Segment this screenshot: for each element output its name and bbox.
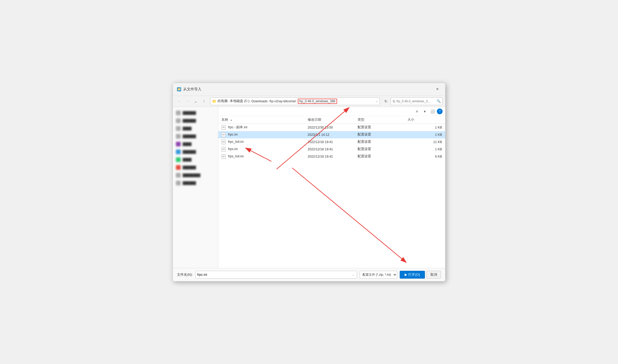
sidebar-item-10[interactable]: ██████ [173, 179, 218, 187]
sidebar-icon-4 [176, 134, 181, 139]
sidebar-icon-6 [176, 150, 181, 154]
help-button[interactable]: ? [437, 109, 443, 114]
file-type-cell: 配置设置 [354, 138, 404, 146]
action-buttons: ▶ 打开(O) 取消 [400, 271, 441, 279]
sidebar-item-2[interactable]: ██████ [173, 117, 218, 125]
table-row[interactable]: INI frpc.ini 2023/1/1 14:12 配置设置 1 KB [218, 131, 445, 138]
address-part-frp[interactable]: frp-v2ray-bitcomet [269, 99, 296, 103]
import-dialog: 📁 从文件导入 × ← → ⌄ ↑ 📁 此电脑 › 本地磁盘 (C:) › Do… [173, 83, 445, 281]
file-name-cell: INI frps_full.ini [218, 153, 305, 160]
file-type-cell: 配置设置 [354, 146, 404, 153]
sidebar-item-4[interactable]: ██████ [173, 132, 218, 140]
filetype-select[interactable]: 配置文件 (*.zip, *.ini) [360, 271, 397, 279]
file-table-body: INI frpc - 副本.ini 2022/12/30 13:50 配置设置 … [218, 124, 445, 160]
file-name: frpc.ini [228, 133, 238, 136]
main-content: ≡ ▾ ⬜ ? 名称 ▲ 修改日期 类型 [218, 107, 445, 268]
sidebar-icon-7 [176, 157, 181, 162]
col-header-name[interactable]: 名称 ▲ [218, 116, 305, 124]
ini-file-icon: INI [221, 125, 226, 130]
address-bar[interactable]: 📁 此电脑 › 本地磁盘 (C:) › Downloads › frp-v2ra… [210, 97, 380, 105]
address-part-folder[interactable]: frp_0.46.0_windows_386 [298, 99, 337, 104]
list-view-button[interactable]: ≡ [413, 108, 420, 115]
filename-input-wrapper: ⌄ [195, 271, 357, 279]
file-list: 名称 ▲ 修改日期 类型 大小 INI frpc - 副本.ini 2022/1… [218, 116, 445, 268]
ini-file-icon: INI [221, 154, 226, 159]
bottom-bar: 文件名(N): ⌄ 配置文件 (*.zip, *.ini) ▶ 打开(O) 取消 [173, 268, 445, 281]
dialog-body: ██████ ██████ ████ ██████ ████ [173, 107, 445, 268]
search-input[interactable] [392, 99, 436, 103]
file-name: frps.ini [228, 147, 238, 151]
filename-input[interactable] [197, 273, 351, 277]
file-table: 名称 ▲ 修改日期 类型 大小 INI frpc - 副本.ini 2022/1… [218, 116, 445, 160]
file-size-cell: 1 KB [404, 124, 445, 131]
filename-label: 文件名(N): [177, 272, 193, 277]
col-header-size[interactable]: 大小 [404, 116, 445, 124]
table-row[interactable]: INI frpc - 副本.ini 2022/12/30 13:50 配置设置 … [218, 124, 445, 131]
cancel-button[interactable]: 取消 [426, 271, 441, 279]
open-button[interactable]: ▶ 打开(O) [400, 271, 425, 279]
title-bar: 📁 从文件导入 × [173, 83, 445, 96]
ini-file-icon: INI [221, 140, 226, 144]
sidebar-items-blurred: ██████ ██████ ████ ██████ ████ [173, 109, 218, 187]
address-parts: 此电脑 › 本地磁盘 (C:) › Downloads › frp-v2ray-… [218, 99, 337, 104]
sidebar-item-5[interactable]: ████ [173, 140, 218, 148]
sidebar-icon-1 [176, 111, 181, 115]
file-name-cell: INI frps.ini [218, 146, 305, 153]
file-name: frpc_full.ini [228, 140, 244, 144]
file-size-cell: 11 KB [404, 138, 445, 146]
address-part-downloads[interactable]: Downloads [252, 99, 268, 103]
table-row[interactable]: INI frpc_full.ini 2022/12/18 19:41 配置设置 … [218, 138, 445, 146]
view-options-button[interactable]: ▾ [421, 108, 428, 115]
file-name: frpc - 副本.ini [228, 125, 247, 129]
up-button[interactable]: ↑ [200, 98, 208, 105]
sort-arrow: ▲ [230, 119, 232, 121]
sidebar-item-6[interactable]: ██████ [173, 148, 218, 156]
table-row[interactable]: INI frps_full.ini 2022/12/18 19:41 配置设置 … [218, 153, 445, 160]
dropdown-button[interactable]: ⌄ [192, 98, 199, 105]
dialog-title: 从文件导入 [183, 87, 201, 92]
col-header-type[interactable]: 类型 [354, 116, 404, 124]
sidebar-icon-9 [176, 173, 181, 178]
ini-file-icon: INI [221, 132, 226, 137]
address-dropdown-icon[interactable]: ⌄ [376, 100, 378, 103]
file-type-cell: 配置设置 [354, 153, 404, 160]
title-bar-left: 📁 从文件导入 [177, 87, 201, 92]
open-icon: ▶ [405, 273, 407, 277]
table-header-row: 名称 ▲ 修改日期 类型 大小 [218, 116, 445, 124]
file-name-cell: INI frpc_full.ini [218, 138, 305, 146]
sidebar-icon-2 [176, 118, 181, 123]
col-header-date[interactable]: 修改日期 [305, 116, 354, 124]
table-row[interactable]: INI frps.ini 2022/12/18 19:41 配置设置 1 KB [218, 146, 445, 153]
folder-icon: 📁 [212, 99, 216, 103]
sidebar-icon-8 [176, 165, 181, 170]
sidebar-icon-10 [176, 181, 181, 185]
pane-button[interactable]: ⬜ [429, 108, 436, 115]
filename-dropdown-icon[interactable]: ⌄ [351, 272, 355, 277]
sidebar-item-7[interactable]: ████ [173, 156, 218, 164]
view-toolbar: ≡ ▾ ⬜ ? [218, 107, 445, 116]
ini-file-icon: INI [221, 147, 226, 152]
file-size-cell: 6 KB [404, 153, 445, 160]
file-type-cell: 配置设置 [354, 124, 404, 131]
file-type-cell: 配置设置 [354, 131, 404, 138]
sidebar-item-3[interactable]: ████ [173, 125, 218, 132]
back-button[interactable]: ← [175, 98, 183, 105]
sidebar-icon-3 [176, 126, 181, 131]
sidebar: ██████ ██████ ████ ██████ ████ [173, 107, 218, 268]
address-part-computer[interactable]: 此电脑 [218, 99, 228, 103]
sidebar-item-8[interactable]: ██████ [173, 164, 218, 171]
refresh-button[interactable]: ↻ [382, 98, 390, 105]
address-part-drive[interactable]: 本地磁盘 (C:) [230, 99, 249, 103]
file-name-cell: INI frpc.ini [218, 131, 305, 138]
forward-button[interactable]: → [184, 98, 191, 105]
sidebar-item-9[interactable]: ████████ [173, 171, 218, 179]
file-name: frps_full.ini [228, 154, 244, 158]
file-date-cell: 2023/1/1 14:12 [305, 131, 354, 138]
close-button[interactable]: × [434, 86, 441, 93]
sidebar-icon-5 [176, 142, 181, 146]
navigation-toolbar: ← → ⌄ ↑ 📁 此电脑 › 本地磁盘 (C:) › Downloads › … [173, 96, 445, 107]
file-date-cell: 2022/12/18 19:41 [305, 146, 354, 153]
search-icon: 🔍 [437, 99, 441, 103]
sidebar-item-1[interactable]: ██████ [173, 109, 218, 117]
file-size-cell: 1 KB [404, 146, 445, 153]
